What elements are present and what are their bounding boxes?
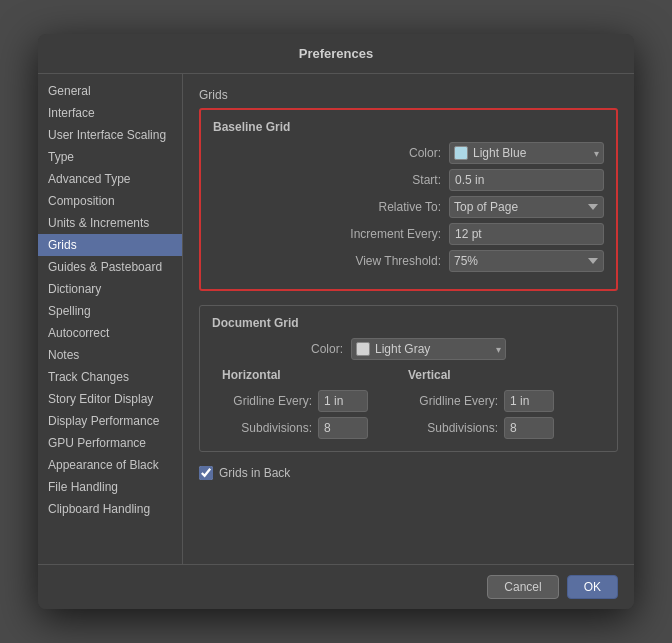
sidebar-item[interactable]: Display Performance <box>38 410 182 432</box>
doc-color-label: Color: <box>311 342 343 356</box>
v-gridline-label: Gridline Every: <box>408 394 498 408</box>
h-gridline-row: Gridline Every: <box>222 390 368 412</box>
doc-dropdown-arrow-icon: ▾ <box>496 344 501 355</box>
sidebar-item[interactable]: Track Changes <box>38 366 182 388</box>
doc-color-row: Color: Light Gray ▾ <box>212 338 605 360</box>
doc-color-swatch <box>356 342 370 356</box>
view-threshold-row: View Threshold: 75% <box>213 250 604 272</box>
relative-to-label: Relative To: <box>379 200 441 214</box>
relative-to-select[interactable]: Top of Page <box>449 196 604 218</box>
cancel-button[interactable]: Cancel <box>487 575 558 599</box>
horizontal-title: Horizontal <box>222 368 368 382</box>
start-input[interactable] <box>449 169 604 191</box>
sidebar-item[interactable]: File Handling <box>38 476 182 498</box>
sidebar-item[interactable]: Notes <box>38 344 182 366</box>
ok-button[interactable]: OK <box>567 575 618 599</box>
start-row: Start: <box>213 169 604 191</box>
h-gridline-input[interactable] <box>318 390 368 412</box>
doc-color-select-wrapper[interactable]: Light Gray ▾ <box>351 338 506 360</box>
h-gridline-label: Gridline Every: <box>222 394 312 408</box>
sidebar-item[interactable]: Spelling <box>38 300 182 322</box>
v-subdivisions-input[interactable] <box>504 417 554 439</box>
sidebar-item[interactable]: General <box>38 80 182 102</box>
baseline-grid-title: Baseline Grid <box>213 120 604 134</box>
sidebar-item[interactable]: Autocorrect <box>38 322 182 344</box>
sidebar-item[interactable]: Grids <box>38 234 182 256</box>
h-subdivisions-row: Subdivisions: <box>222 417 368 439</box>
v-subdivisions-label: Subdivisions: <box>408 421 498 435</box>
sidebar-item[interactable]: GPU Performance <box>38 432 182 454</box>
doc-color-select[interactable]: Light Gray <box>375 339 496 359</box>
preferences-dialog: Preferences GeneralInterfaceUser Interfa… <box>38 34 634 609</box>
sidebar-item[interactable]: Type <box>38 146 182 168</box>
baseline-grid-group: Baseline Grid Color: Light Blue ▾ Start: <box>199 108 618 291</box>
view-threshold-select[interactable]: 75% <box>449 250 604 272</box>
color-swatch <box>454 146 468 160</box>
sidebar-item[interactable]: Story Editor Display <box>38 388 182 410</box>
section-label: Grids <box>199 88 618 102</box>
horiz-vert-section: Horizontal Gridline Every: Subdivisions:… <box>212 368 605 439</box>
color-select[interactable]: Light Blue <box>473 143 594 163</box>
start-label: Start: <box>412 173 441 187</box>
grids-in-back-row: Grids in Back <box>199 466 618 480</box>
v-gridline-input[interactable] <box>504 390 554 412</box>
color-label: Color: <box>409 146 441 160</box>
document-grid-title: Document Grid <box>212 316 605 330</box>
h-subdivisions-input[interactable] <box>318 417 368 439</box>
v-gridline-row: Gridline Every: <box>408 390 554 412</box>
sidebar-item[interactable]: Composition <box>38 190 182 212</box>
document-grid-group: Document Grid Color: Light Gray ▾ <box>199 305 618 452</box>
vertical-title: Vertical <box>408 368 554 382</box>
grids-in-back-checkbox[interactable] <box>199 466 213 480</box>
sidebar-item[interactable]: User Interface Scaling <box>38 124 182 146</box>
h-subdivisions-label: Subdivisions: <box>222 421 312 435</box>
increment-label: Increment Every: <box>350 227 441 241</box>
view-threshold-label: View Threshold: <box>355 254 441 268</box>
sidebar-item[interactable]: Guides & Pasteboard <box>38 256 182 278</box>
sidebar-item[interactable]: Units & Increments <box>38 212 182 234</box>
relative-to-row: Relative To: Top of Page <box>213 196 604 218</box>
main-panel: Grids Baseline Grid Color: Light Blue ▾ <box>183 74 634 564</box>
v-subdivisions-row: Subdivisions: <box>408 417 554 439</box>
dialog-title: Preferences <box>38 34 634 74</box>
sidebar: GeneralInterfaceUser Interface ScalingTy… <box>38 74 183 564</box>
dropdown-arrow-icon: ▾ <box>594 148 599 159</box>
title-text: Preferences <box>299 46 373 61</box>
increment-row: Increment Every: <box>213 223 604 245</box>
increment-input[interactable] <box>449 223 604 245</box>
vertical-column: Vertical Gridline Every: Subdivisions: <box>408 368 554 439</box>
color-row: Color: Light Blue ▾ <box>213 142 604 164</box>
sidebar-item[interactable]: Appearance of Black <box>38 454 182 476</box>
horizontal-column: Horizontal Gridline Every: Subdivisions: <box>222 368 368 439</box>
sidebar-item[interactable]: Advanced Type <box>38 168 182 190</box>
dialog-footer: Cancel OK <box>38 564 634 609</box>
sidebar-item[interactable]: Dictionary <box>38 278 182 300</box>
dialog-content: GeneralInterfaceUser Interface ScalingTy… <box>38 74 634 564</box>
sidebar-item[interactable]: Clipboard Handling <box>38 498 182 520</box>
sidebar-item[interactable]: Interface <box>38 102 182 124</box>
grids-in-back-label: Grids in Back <box>219 466 290 480</box>
color-select-wrapper[interactable]: Light Blue ▾ <box>449 142 604 164</box>
